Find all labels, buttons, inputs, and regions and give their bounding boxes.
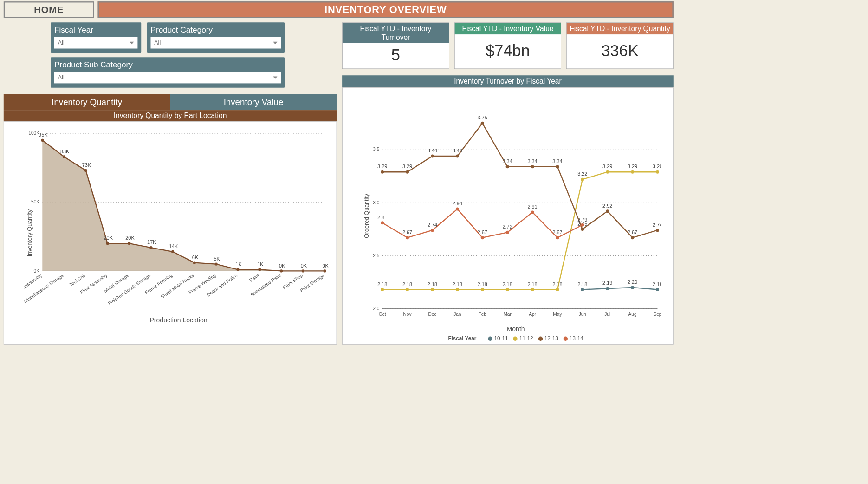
- svg-text:14K: 14K: [169, 243, 178, 249]
- svg-point-69: [431, 288, 434, 291]
- legend-dot-icon: [538, 337, 543, 341]
- svg-point-85: [631, 170, 634, 174]
- svg-text:2.18: 2.18: [577, 281, 587, 287]
- svg-point-87: [656, 170, 659, 174]
- svg-text:Apr: Apr: [529, 312, 536, 317]
- svg-text:0K: 0K: [279, 263, 285, 268]
- kpi-card: Fiscal YTD - Inventory Turnover 5: [342, 22, 449, 69]
- svg-point-121: [481, 236, 484, 239]
- svg-text:2.5: 2.5: [373, 253, 379, 258]
- select-value: All: [58, 74, 65, 81]
- svg-text:3.29: 3.29: [653, 164, 661, 169]
- svg-text:3.29: 3.29: [628, 164, 637, 169]
- svg-text:Miscellaneous Storage: Miscellaneous Storage: [24, 273, 65, 304]
- turnover-by-fy-chart: Ordered Quantity 2.02.53.03.52.182.192.2…: [342, 87, 674, 345]
- svg-text:Oct: Oct: [379, 312, 386, 317]
- svg-text:2.18: 2.18: [453, 281, 462, 287]
- kpi-value: $74bn: [454, 34, 561, 68]
- fiscal-year-select[interactable]: All: [54, 37, 137, 49]
- kpi-value: 336K: [567, 34, 673, 68]
- svg-text:0K: 0K: [323, 263, 329, 268]
- left-chart-title: Inventory Quantity by Part Location: [4, 110, 337, 121]
- kpi-card: Fiscal YTD - Inventory Quantity 336K: [566, 22, 674, 69]
- svg-text:2.18: 2.18: [527, 281, 537, 287]
- product-category-select[interactable]: All: [150, 37, 281, 49]
- svg-point-99: [506, 165, 509, 168]
- svg-point-8: [63, 155, 65, 158]
- inventory-by-location-chart: Inventory Quantity 0K50K100K95K83K73K20K…: [4, 121, 337, 344]
- svg-text:50K: 50K: [31, 199, 39, 204]
- svg-text:3.29: 3.29: [377, 164, 387, 169]
- svg-point-93: [431, 155, 434, 158]
- chart-tabs: Inventory Quantity Inventory Value: [4, 94, 337, 110]
- svg-text:Paint Storage: Paint Storage: [299, 273, 325, 293]
- home-button[interactable]: HOME: [4, 1, 94, 18]
- legend-dot-icon: [564, 337, 568, 341]
- kpi-title: Fiscal YTD - Inventory Value: [454, 23, 561, 34]
- svg-point-67: [406, 288, 409, 291]
- svg-point-57: [581, 288, 584, 291]
- chevron-down-icon: [273, 41, 277, 44]
- filter-label: Product Category: [150, 26, 281, 35]
- svg-text:6K: 6K: [192, 255, 199, 260]
- svg-text:3.34: 3.34: [503, 158, 512, 164]
- svg-text:3.75: 3.75: [478, 115, 487, 120]
- svg-text:Sep: Sep: [653, 312, 661, 317]
- svg-point-24: [236, 268, 239, 271]
- svg-text:3.29: 3.29: [602, 164, 612, 169]
- svg-point-115: [406, 236, 409, 239]
- svg-text:1K: 1K: [235, 262, 242, 267]
- chevron-down-icon: [273, 76, 277, 78]
- svg-text:17K: 17K: [147, 239, 156, 245]
- svg-point-83: [606, 170, 609, 174]
- svg-text:0K: 0K: [301, 263, 307, 268]
- svg-point-117: [431, 229, 434, 232]
- kpi-title: Fiscal YTD - Inventory Turnover: [343, 23, 449, 43]
- svg-text:2.92: 2.92: [602, 203, 612, 209]
- svg-point-20: [193, 262, 196, 264]
- legend: Fiscal Year 10-1111-1212-1313-14: [364, 335, 667, 341]
- svg-point-77: [531, 288, 534, 291]
- svg-point-63: [656, 288, 659, 291]
- svg-text:Jul: Jul: [604, 312, 610, 317]
- svg-point-127: [556, 236, 559, 239]
- page-title: INVENTORY OVERVIEW: [98, 1, 674, 18]
- svg-point-16: [149, 246, 152, 249]
- tab-inventory-value[interactable]: Inventory Value: [170, 94, 337, 110]
- svg-text:Mar: Mar: [503, 312, 512, 317]
- svg-text:Finished Goods Storage: Finished Goods Storage: [107, 273, 152, 306]
- legend-item: 13-14: [564, 335, 583, 341]
- svg-text:2.18: 2.18: [552, 281, 562, 287]
- svg-point-111: [656, 229, 659, 232]
- tab-inventory-quantity[interactable]: Inventory Quantity: [4, 94, 170, 110]
- svg-text:1K: 1K: [257, 262, 264, 267]
- svg-text:2.18: 2.18: [428, 281, 437, 287]
- svg-text:2.74: 2.74: [428, 222, 437, 228]
- svg-point-103: [556, 165, 559, 168]
- svg-text:100K: 100K: [28, 131, 39, 136]
- svg-point-71: [456, 288, 459, 291]
- legend-dot-icon: [513, 337, 517, 341]
- svg-text:Dec: Dec: [428, 312, 436, 317]
- svg-text:0K: 0K: [34, 268, 40, 274]
- filter-product-category: Product Category All: [147, 22, 285, 53]
- svg-text:2.20: 2.20: [628, 279, 637, 285]
- product-sub-category-select[interactable]: All: [54, 72, 281, 83]
- x-axis-label: Month: [364, 325, 667, 333]
- svg-text:2.18: 2.18: [377, 281, 387, 287]
- svg-point-97: [481, 122, 484, 125]
- svg-text:20K: 20K: [104, 235, 113, 241]
- svg-text:20K: 20K: [125, 235, 135, 241]
- svg-point-109: [631, 236, 634, 239]
- svg-text:83K: 83K: [60, 149, 70, 154]
- svg-text:May: May: [553, 312, 562, 317]
- svg-text:2.18: 2.18: [478, 281, 487, 287]
- svg-text:Jun: Jun: [579, 312, 586, 317]
- svg-point-75: [506, 288, 509, 291]
- svg-point-125: [531, 210, 534, 214]
- svg-point-119: [456, 208, 459, 211]
- svg-text:3.34: 3.34: [527, 158, 537, 164]
- select-value: All: [58, 39, 65, 46]
- svg-point-79: [556, 288, 559, 291]
- svg-text:2.79: 2.79: [577, 217, 587, 222]
